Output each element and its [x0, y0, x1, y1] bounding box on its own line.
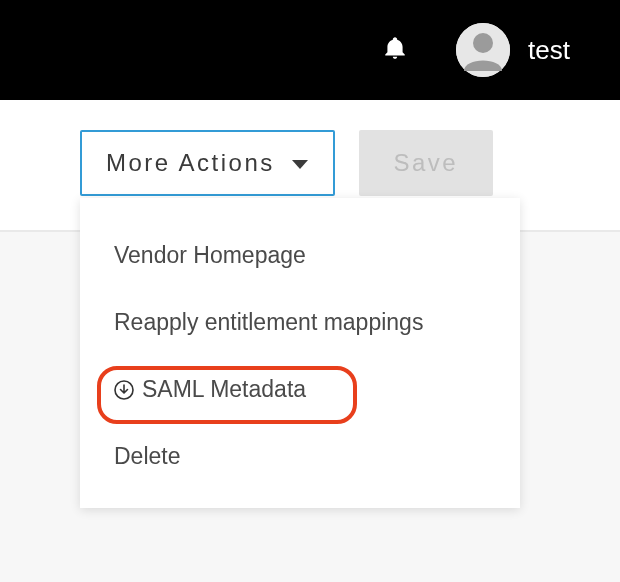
- notifications-bell-icon[interactable]: [382, 33, 408, 67]
- username-label: test: [528, 35, 570, 66]
- svg-point-1: [473, 33, 493, 53]
- download-icon: [114, 380, 134, 400]
- dropdown-item-label: Reapply entitlement mappings: [114, 309, 423, 336]
- dropdown-item-label: Vendor Homepage: [114, 242, 306, 269]
- more-actions-label: More Actions: [106, 149, 275, 177]
- top-nav-bar: test: [0, 0, 620, 100]
- dropdown-item-vendor-homepage[interactable]: Vendor Homepage: [80, 222, 520, 289]
- dropdown-item-label: SAML Metadata: [142, 376, 306, 403]
- dropdown-item-saml-metadata[interactable]: SAML Metadata: [80, 356, 520, 423]
- dropdown-item-label: Delete: [114, 443, 180, 470]
- dropdown-item-reapply-entitlement-mappings[interactable]: Reapply entitlement mappings: [80, 289, 520, 356]
- save-button: Save: [359, 130, 493, 196]
- more-actions-button[interactable]: More Actions: [80, 130, 335, 196]
- caret-down-icon: [291, 149, 309, 177]
- dropdown-item-delete[interactable]: Delete: [80, 423, 520, 490]
- more-actions-dropdown: Vendor Homepage Reapply entitlement mapp…: [80, 198, 520, 508]
- avatar-icon: [456, 23, 510, 77]
- save-label: Save: [393, 149, 458, 177]
- user-menu[interactable]: test: [456, 23, 570, 77]
